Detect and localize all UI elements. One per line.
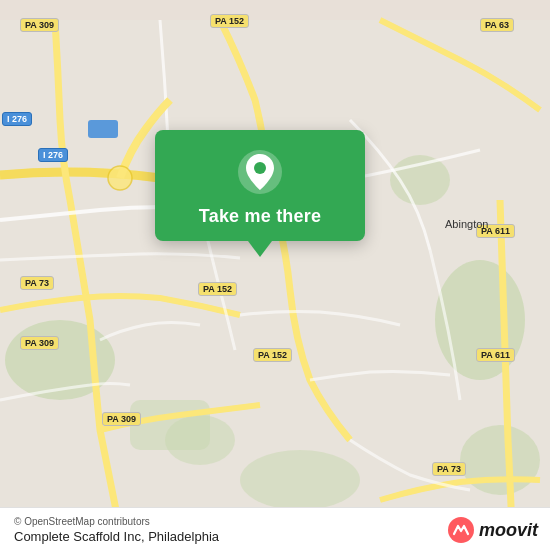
road-label-pa611-lower: PA 611 (476, 348, 515, 362)
road-label-pa309-mid: PA 309 (20, 336, 59, 350)
road-label-pa152-lower: PA 152 (198, 282, 237, 296)
moovit-icon (447, 516, 475, 544)
road-label-pa73-lower: PA 73 (432, 462, 466, 476)
svg-point-7 (165, 415, 235, 465)
moovit-logo: moovit (447, 516, 538, 544)
popup-triangle (248, 241, 272, 257)
map-svg (0, 0, 550, 550)
popup-card: Take me there (155, 130, 365, 241)
moovit-text: moovit (479, 520, 538, 541)
location-pin-icon (236, 148, 284, 196)
svg-point-8 (108, 166, 132, 190)
svg-rect-9 (88, 120, 118, 138)
road-label-i276-mid: I 276 (38, 148, 68, 162)
road-label-pa152-top: PA 152 (210, 14, 249, 28)
svg-point-5 (240, 450, 360, 510)
map-container: PA 309 PA 152 PA 152 PA 63 I 276 I 276 P… (0, 0, 550, 550)
take-me-there-button[interactable]: Take me there (199, 206, 321, 227)
road-label-pa309-lower: PA 309 (102, 412, 141, 426)
road-label-pa63: PA 63 (480, 18, 514, 32)
road-label-i276-left: I 276 (2, 112, 32, 126)
road-label-pa309-top: PA 309 (20, 18, 59, 32)
road-label-pa152-lower2: PA 152 (253, 348, 292, 362)
place-label-abington: Abington (445, 218, 488, 230)
svg-point-6 (460, 425, 540, 495)
svg-point-2 (435, 260, 525, 380)
road-label-pa73-left: PA 73 (20, 276, 54, 290)
svg-point-11 (254, 162, 266, 174)
